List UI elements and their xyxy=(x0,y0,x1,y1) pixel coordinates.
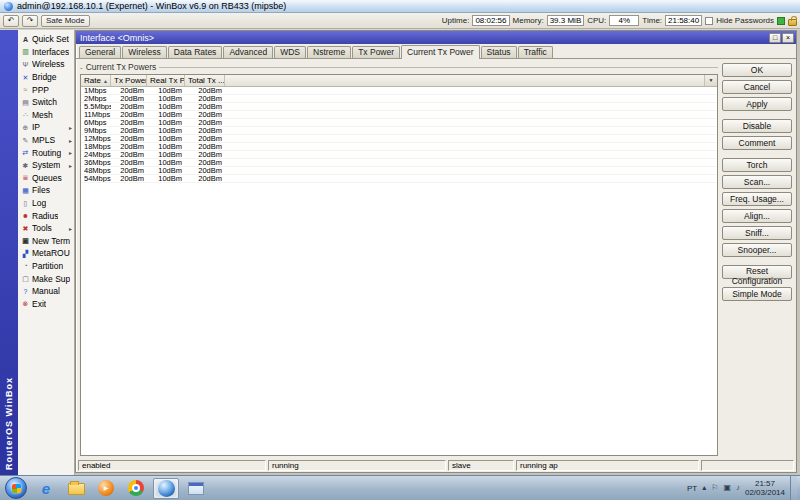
hide-passwords-checkbox[interactable] xyxy=(705,17,713,25)
app-titlebar[interactable]: admin@192.168.10.1 (Expernet) - WinBox v… xyxy=(0,0,800,13)
flag-icon[interactable]: ⚐ xyxy=(711,483,718,493)
safe-mode-button[interactable]: Safe Mode xyxy=(41,15,90,27)
groupbox-collapse-icon[interactable]: - xyxy=(80,63,83,72)
table-row[interactable]: 48Mbps20dBm10dBm20dBm xyxy=(81,167,717,175)
disable-button[interactable]: Disable xyxy=(722,119,792,133)
tab-data-rates[interactable]: Data Rates xyxy=(168,46,223,58)
column-chooser-dropdown-icon[interactable]: ▼ xyxy=(704,75,717,86)
manual-icon: ? xyxy=(21,287,30,296)
column-header-total-tx-power[interactable]: Total Tx ... xyxy=(185,75,225,86)
tab-wireless[interactable]: Wireless xyxy=(122,46,167,58)
sidebar-item-routing[interactable]: ⇄Routing▸ xyxy=(18,146,74,159)
sidebar-item-interfaces[interactable]: ▥Interfaces xyxy=(18,46,74,59)
table-row[interactable]: 1Mbps20dBm10dBm20dBm xyxy=(81,87,717,95)
sidebar-item-switch[interactable]: ▤Switch xyxy=(18,96,74,109)
windows-explorer-icon[interactable] xyxy=(63,478,89,499)
tab-wds[interactable]: WDS xyxy=(274,46,306,58)
sidebar-item-system[interactable]: ✱System▸ xyxy=(18,159,74,172)
hidden-icons-chevron[interactable]: ▴ xyxy=(702,483,706,493)
sidebar-item-ppp[interactable]: ≈PPP xyxy=(18,83,74,96)
tab-general[interactable]: General xyxy=(79,46,121,58)
tab-advanced[interactable]: Advanced xyxy=(223,46,273,58)
undo-icon[interactable]: ↶ xyxy=(3,15,19,27)
sidebar-item-exit[interactable]: ⊗Exit xyxy=(18,297,74,310)
sidebar-item-tools[interactable]: ✖Tools▸ xyxy=(18,222,74,235)
snooper-button[interactable]: Snooper... xyxy=(722,243,792,257)
total-tx-power-cell: 20dBm xyxy=(185,95,225,102)
simple-mode-button[interactable]: Simple Mode xyxy=(722,287,792,301)
internet-explorer-icon[interactable]: e xyxy=(33,478,59,499)
sidebar-item-queues[interactable]: ≣Queues xyxy=(18,172,74,185)
sidebar-item-quick-set[interactable]: AQuick Set xyxy=(18,33,74,46)
cancel-button[interactable]: Cancel xyxy=(722,80,792,94)
total-tx-power-cell: 20dBm xyxy=(185,127,225,134)
tab-nstreme[interactable]: Nstreme xyxy=(307,46,351,58)
restore-icon[interactable]: □ xyxy=(769,33,781,43)
apply-button[interactable]: Apply xyxy=(722,97,792,111)
column-header-real-tx-power[interactable]: Real Tx P... xyxy=(147,75,185,86)
tab-traffic[interactable]: Traffic xyxy=(518,46,553,58)
table-row[interactable]: 54Mbps20dBm10dBm20dBm xyxy=(81,175,717,183)
table-row[interactable]: 24Mbps20dBm10dBm20dBm xyxy=(81,151,717,159)
sidebar-item-ip[interactable]: ⊕IP▸ xyxy=(18,121,74,134)
tab-tx-power[interactable]: Tx Power xyxy=(352,46,400,58)
close-icon[interactable]: × xyxy=(782,33,794,43)
table-row[interactable]: 9Mbps20dBm10dBm20dBm xyxy=(81,127,717,135)
ok-button[interactable]: OK xyxy=(722,63,792,77)
interface-window-titlebar[interactable]: Interface <Omnis> □ × xyxy=(76,31,796,44)
table-row[interactable]: 36Mbps20dBm10dBm20dBm xyxy=(81,159,717,167)
language-indicator[interactable]: PT xyxy=(687,484,697,493)
comment-button[interactable]: Comment xyxy=(722,136,792,150)
winbox-app-icon[interactable] xyxy=(183,478,209,499)
table-row[interactable]: 18Mbps20dBm10dBm20dBm xyxy=(81,143,717,151)
interface-window-title: Interface <Omnis> xyxy=(80,33,154,43)
sidebar-item-mpls[interactable]: ✎MPLS▸ xyxy=(18,134,74,147)
table-row[interactable]: 12Mbps20dBm10dBm20dBm xyxy=(81,135,717,143)
sidebar-item-label: Partition xyxy=(32,261,63,271)
media-player-icon[interactable]: ▶ xyxy=(93,478,119,499)
sidebar-item-make-supout[interactable]: ▢Make Supout.rif xyxy=(18,272,74,285)
total-tx-power-cell: 20dBm xyxy=(185,87,225,94)
table-row[interactable]: 2Mbps20dBm10dBm20dBm xyxy=(81,95,717,103)
taskbar-clock[interactable]: 21:57 02/03/2014 xyxy=(745,479,785,497)
sidebar-item-metarouter[interactable]: ▞MetaROUTER xyxy=(18,247,74,260)
reset-configuration-button[interactable]: Reset Configuration xyxy=(722,265,792,279)
freq-usage-button[interactable]: Freq. Usage... xyxy=(722,192,792,206)
system-icon: ✱ xyxy=(21,161,30,170)
scan-button[interactable]: Scan... xyxy=(722,175,792,189)
rate-cell: 12Mbps xyxy=(81,135,111,142)
sidebar-item-partition[interactable]: ◔Partition xyxy=(18,260,74,273)
real-tx-power-cell: 10dBm xyxy=(147,143,185,150)
action-buttons: OK Cancel Apply Disable Comment Torch Sc… xyxy=(722,62,792,456)
rate-cell: 9Mbps xyxy=(81,127,111,134)
table-row[interactable]: 11Mbps20dBm10dBm20dBm xyxy=(81,111,717,119)
sidebar-item-files[interactable]: ▦Files xyxy=(18,184,74,197)
rate-cell: 18Mbps xyxy=(81,143,111,150)
sidebar-item-wireless[interactable]: ΨWireless xyxy=(18,58,74,71)
sidebar-item-log[interactable]: ▯Log xyxy=(18,197,74,210)
column-header-rate[interactable]: Rate▲ xyxy=(81,75,111,86)
tab-status[interactable]: Status xyxy=(481,46,517,58)
rate-cell: 6Mbps xyxy=(81,119,111,126)
torch-button[interactable]: Torch xyxy=(722,158,792,172)
align-button[interactable]: Align... xyxy=(722,209,792,223)
winbox-globe-icon[interactable] xyxy=(153,478,179,499)
show-desktop-button[interactable] xyxy=(790,476,797,500)
sidebar-item-manual[interactable]: ?Manual xyxy=(18,285,74,298)
sidebar-item-bridge[interactable]: ✕Bridge xyxy=(18,71,74,84)
table-row[interactable]: 6Mbps20dBm10dBm20dBm xyxy=(81,119,717,127)
table-row[interactable]: 5.5Mbps20dBm10dBm20dBm xyxy=(81,103,717,111)
current-tx-powers-pane: - Current Tx Powers Rate▲ Tx Power Real … xyxy=(80,62,718,456)
redo-icon[interactable]: ↷ xyxy=(22,15,38,27)
sidebar-item-radius[interactable]: ☻Radius xyxy=(18,209,74,222)
column-header-tx-power[interactable]: Tx Power xyxy=(111,75,147,86)
volume-icon[interactable]: ♪ xyxy=(736,483,740,493)
tab-current-tx-power[interactable]: Current Tx Power xyxy=(401,45,479,59)
network-icon[interactable]: ▣ xyxy=(723,483,731,493)
sniff-button[interactable]: Sniff... xyxy=(722,226,792,240)
tx-power-cell: 20dBm xyxy=(111,167,147,174)
start-button[interactable] xyxy=(3,478,29,499)
sidebar-item-mesh[interactable]: ∴Mesh xyxy=(18,109,74,122)
chrome-icon[interactable] xyxy=(123,478,149,499)
sidebar-item-new-terminal[interactable]: ▣New Terminal xyxy=(18,235,74,248)
